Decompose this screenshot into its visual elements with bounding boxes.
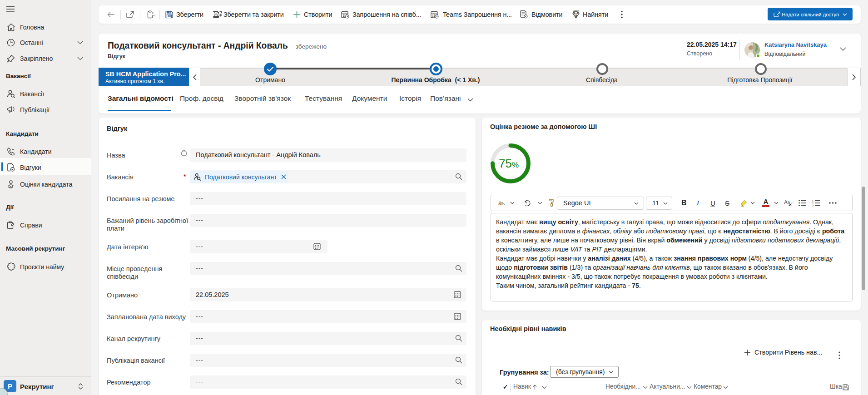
svg-text:3: 3	[812, 204, 813, 207]
svg-text:A: A	[784, 199, 788, 206]
